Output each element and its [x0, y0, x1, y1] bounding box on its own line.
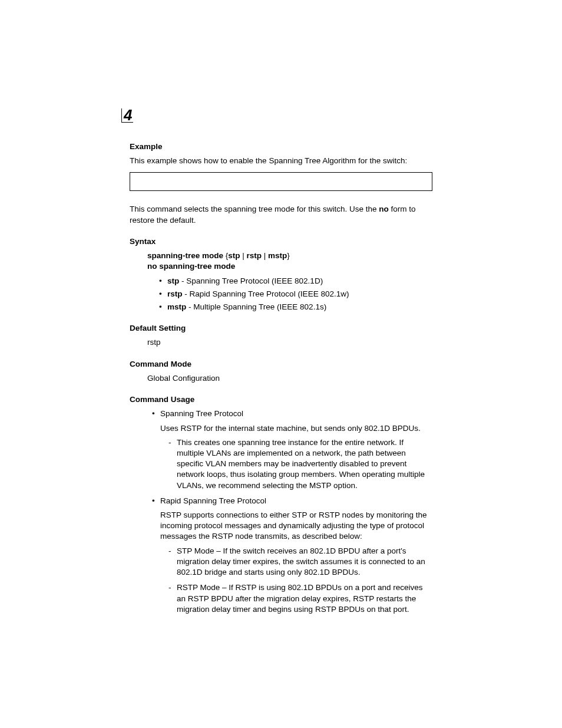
syntax-cmd: spanning-tree mode [147, 251, 223, 260]
command-mode-heading: Command Mode [130, 359, 432, 370]
usage-item: Rapid Spanning Tree Protocol RSTP suppor… [152, 496, 432, 615]
syntax-sep2: | [262, 251, 268, 260]
syntax-opt3: mstp [268, 251, 287, 260]
syntax-block: spanning-tree mode {stp | rstp | mstp} n… [147, 251, 432, 272]
command-mode-value: Global Configuration [147, 373, 432, 384]
option-desc: - Multiple Spanning Tree (IEEE 802.1s) [186, 302, 326, 311]
syntax-options-list: stp - Spanning Tree Protocol (IEEE 802.1… [130, 276, 432, 313]
syntax-option: mstp - Multiple Spanning Tree (IEEE 802.… [159, 302, 432, 312]
syntax-heading: Syntax [130, 236, 432, 247]
syntax-option: stp - Spanning Tree Protocol (IEEE 802.1… [159, 276, 432, 286]
page-content: Example This example shows how to enable… [0, 0, 562, 615]
command-desc-no: no [379, 205, 389, 213]
usage-subitem: RSTP Mode – If RSTP is using 802.1D BPDU… [168, 582, 432, 615]
syntax-close: } [287, 251, 290, 260]
syntax-opt1: stp [228, 251, 240, 260]
option-name: mstp [167, 302, 186, 311]
example-code-box [130, 172, 432, 191]
option-name: rstp [167, 289, 183, 298]
syntax-option: rstp - Rapid Spanning Tree Protocol (IEE… [159, 289, 432, 299]
syntax-line-1: spanning-tree mode {stp | rstp | mstp} [147, 251, 432, 261]
example-heading: Example [130, 141, 432, 152]
default-setting-value: rstp [147, 337, 432, 348]
command-description: This command selects the spanning tree m… [130, 204, 432, 225]
syntax-line-2: no spanning-tree mode [147, 261, 432, 272]
default-setting-heading: Default Setting [130, 323, 432, 334]
syntax-opt2: rstp [247, 251, 262, 260]
usage-item: Spanning Tree Protocol Uses RSTP for the… [152, 409, 432, 491]
usage-sublist: STP Mode – If the switch receives an 802… [160, 546, 432, 615]
usage-desc: Uses RSTP for the internal state machine… [160, 423, 432, 434]
syntax-sep1: | [240, 251, 247, 260]
command-desc-pre: This command selects the spanning tree m… [130, 205, 379, 213]
command-usage-list: Spanning Tree Protocol Uses RSTP for the… [130, 409, 432, 615]
chapter-number: 4 [121, 108, 133, 123]
usage-title: Spanning Tree Protocol [160, 409, 432, 419]
example-intro: This example shows how to enable the Spa… [130, 156, 432, 166]
usage-desc: RSTP supports connections to either STP … [160, 510, 432, 542]
usage-subitem: This creates one spanning tree instance … [168, 437, 432, 491]
option-desc: - Spanning Tree Protocol (IEEE 802.1D) [179, 276, 323, 285]
usage-subitem: STP Mode – If the switch receives an 802… [168, 546, 432, 578]
option-name: stp [167, 276, 179, 285]
usage-sublist: This creates one spanning tree instance … [160, 437, 432, 491]
usage-title: Rapid Spanning Tree Protocol [160, 496, 432, 506]
option-desc: - Rapid Spanning Tree Protocol (IEEE 802… [183, 289, 349, 298]
command-usage-heading: Command Usage [130, 394, 432, 405]
